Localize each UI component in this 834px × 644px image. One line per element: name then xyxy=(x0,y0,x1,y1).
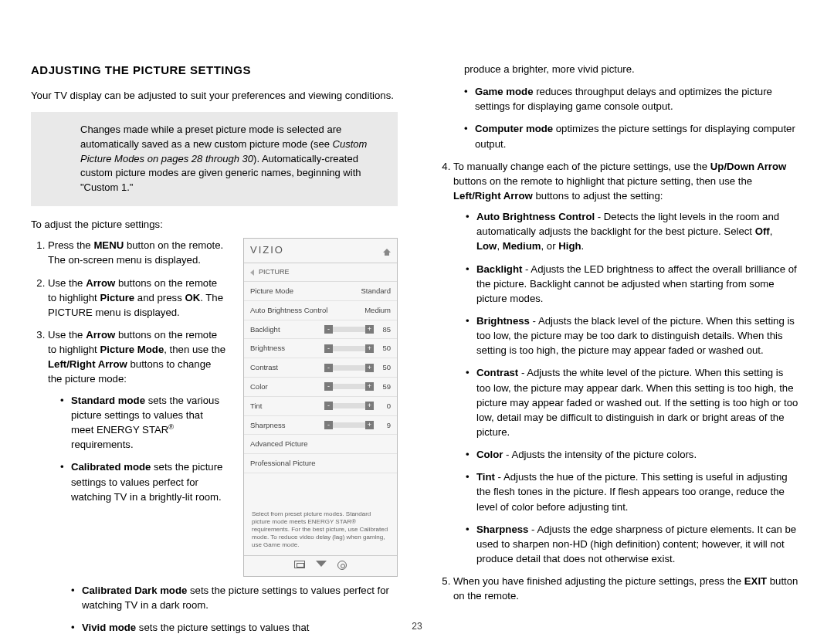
minus-icon[interactable]: - xyxy=(324,344,333,353)
setting-contrast: Contrast - Adjusts the white level of th… xyxy=(466,365,798,439)
back-icon[interactable] xyxy=(250,269,254,276)
plus-icon[interactable]: + xyxy=(365,364,374,372)
mode-game: Game mode reduces throughput delays and … xyxy=(464,84,803,114)
panel-header: VIZIO xyxy=(244,239,397,263)
minus-icon[interactable]: - xyxy=(324,325,333,334)
plus-icon[interactable]: + xyxy=(365,325,374,334)
setting-abc: Auto Brightness Control - Detects the li… xyxy=(466,209,798,253)
intro-text: Your TV display can be adjusted to suit … xyxy=(31,88,398,103)
minus-icon[interactable]: - xyxy=(324,402,333,410)
plus-icon[interactable]: + xyxy=(365,382,374,391)
minus-icon[interactable]: - xyxy=(324,382,333,391)
vivid-continued: produce a brighter, more vivid picture. xyxy=(436,62,803,76)
setting-tint: Tint - Adjusts the hue of the picture. T… xyxy=(466,469,798,514)
row-contrast[interactable]: Contrast -+50 xyxy=(244,358,397,378)
wide-icon[interactable] xyxy=(294,561,305,568)
plus-icon[interactable]: + xyxy=(365,402,374,410)
row-auto-brightness[interactable]: Auto Brightness Control Medium xyxy=(244,301,397,320)
mode-vivid: Vivid mode sets the picture settings to … xyxy=(71,620,398,635)
mode-calibrated-dark: Calibrated Dark mode sets the picture se… xyxy=(71,583,398,612)
step-4: To manually change each of the picture s… xyxy=(453,159,803,566)
mode-computer: Computer mode optimizes the picture sett… xyxy=(464,121,803,151)
row-advanced[interactable]: Advanced Picture xyxy=(244,435,397,454)
plus-icon[interactable]: + xyxy=(365,344,374,353)
panel-brand: VIZIO xyxy=(250,243,284,258)
setting-backlight: Backlight - Adjusts the LED brightness t… xyxy=(466,262,798,306)
row-sharpness[interactable]: Sharpness -+9 xyxy=(244,416,397,436)
minus-icon[interactable]: - xyxy=(324,421,333,429)
setting-color: Color - Adjusts the intensity of the pic… xyxy=(466,447,798,462)
panel-section-row[interactable]: PICTURE xyxy=(244,263,397,282)
page-number: 23 xyxy=(412,621,422,632)
subhead: To adjust the picture settings: xyxy=(31,217,398,232)
panel-section: PICTURE xyxy=(259,267,290,277)
panel-help-text: Select from preset picture modes. Standa… xyxy=(244,504,397,555)
row-professional[interactable]: Professional Picture xyxy=(244,454,397,473)
setting-brightness: Brightness - Adjusts the black level of … xyxy=(466,314,798,358)
step-3: Use the Arrow buttons on the remote to h… xyxy=(48,327,232,504)
plus-icon[interactable]: + xyxy=(365,421,374,429)
row-brightness[interactable]: Brightness -+50 xyxy=(244,339,397,358)
row-tint[interactable]: Tint -+0 xyxy=(244,397,397,416)
note-box: Changes made while a preset picture mode… xyxy=(31,112,398,206)
step-2: Use the Arrow buttons on the remote to h… xyxy=(48,276,232,320)
home-icon[interactable] xyxy=(383,249,391,253)
row-backlight[interactable]: Backlight -+85 xyxy=(244,320,397,340)
page-title: ADJUSTING THE PICTURE SETTINGS xyxy=(31,62,398,79)
mode-standard: Standard mode sets the various picture s… xyxy=(60,393,228,452)
step-5: When you have finished adjusting the pic… xyxy=(453,574,803,603)
step-1: Press the MENU button on the remote. The… xyxy=(48,238,232,267)
gear-icon[interactable] xyxy=(337,561,347,570)
osd-panel: VIZIO PICTURE Picture Mode Standard Auto… xyxy=(243,238,398,577)
chevron-down-icon[interactable] xyxy=(316,561,327,567)
note-text-1: Changes made while a preset picture mode… xyxy=(80,124,341,150)
panel-footer xyxy=(244,555,397,576)
mode-calibrated: Calibrated mode sets the picture setting… xyxy=(60,459,228,503)
row-color[interactable]: Color -+59 xyxy=(244,378,397,397)
setting-sharpness: Sharpness - Adjusts the edge sharpness o… xyxy=(466,522,798,566)
row-picture-mode[interactable]: Picture Mode Standard xyxy=(244,282,397,301)
minus-icon[interactable]: - xyxy=(324,364,333,372)
